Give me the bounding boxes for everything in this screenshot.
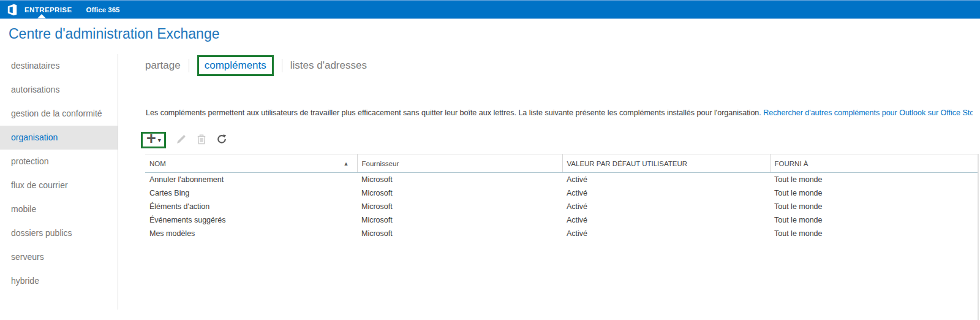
add-dropdown-caret-icon: ▾ [158, 137, 161, 143]
table-row[interactable]: Éléments d'action Microsoft Activé Tout … [145, 200, 978, 213]
main-pane: partage compléments listes d'adresses Le… [145, 54, 980, 320]
refresh-button[interactable] [216, 134, 227, 147]
sidebar-item-label: mobile [11, 204, 36, 214]
active-tab-caret-icon [37, 14, 46, 18]
tab-label: listes d'adresses [290, 59, 367, 72]
refresh-icon [216, 134, 227, 147]
sidebar-item-label: dossiers publics [11, 228, 72, 238]
cell-fournisseur: Microsoft [357, 227, 562, 240]
tab[interactable]: listes d'adresses [274, 59, 367, 72]
add-icon: + [146, 132, 156, 145]
sidebar-item-label: hybride [11, 276, 39, 286]
cell-nom: Annuler l'abonnement [145, 173, 357, 186]
cell-valeur-par-defaut: Activé [562, 200, 770, 213]
sidebar-item[interactable]: dossiers publics [0, 221, 118, 245]
office-store-link[interactable]: Rechercher d'autres compléments pour Out… [763, 109, 973, 117]
table-row[interactable]: Mes modèles Microsoft Activé Tout le mon… [145, 227, 978, 240]
cell-fourni-a: Tout le monde [770, 227, 978, 240]
sidebar-item-label: gestion de la conformité [11, 109, 102, 118]
topbar: ENTREPRISE Office 365 [0, 0, 980, 19]
column-header-fourni-a[interactable]: FOURNI À [770, 154, 978, 173]
tab-label: partage [145, 59, 181, 72]
page-title: Centre d'administration Exchange [9, 26, 219, 42]
tab[interactable]: partage [145, 59, 181, 72]
sort-ascending-icon: ▲ [344, 161, 349, 167]
cell-nom: Événements suggérés [145, 213, 357, 227]
sidebar-item[interactable]: mobile [0, 197, 118, 221]
cell-fourni-a: Tout le monde [770, 186, 978, 200]
cell-valeur-par-defaut: Activé [562, 213, 770, 227]
description-text: Les compléments permettent aux utilisate… [146, 109, 763, 117]
edit-button[interactable] [176, 134, 187, 147]
sidebar-item[interactable]: hybride [0, 269, 118, 293]
topbar-office365-link[interactable]: Office 365 [86, 6, 120, 13]
cell-valeur-par-defaut: Activé [562, 227, 770, 240]
column-header-fournisseur[interactable]: Fournisseur [357, 154, 562, 173]
sidebar-item-label: protection [11, 156, 48, 166]
cell-nom: Éléments d'action [145, 200, 357, 213]
cell-nom: Cartes Bing [145, 186, 357, 200]
topbar-brand-entreprise[interactable]: ENTREPRISE [24, 6, 72, 13]
cell-fournisseur: Microsoft [357, 213, 562, 227]
column-header-nom[interactable]: NOM ▲ [145, 154, 357, 173]
sidebar-item-label: autorisations [11, 85, 59, 94]
addins-table-container: NOM ▲ Fournisseur VALEUR PAR DÉFAUT UTIL… [145, 154, 979, 320]
office-logo-icon[interactable] [6, 4, 18, 16]
cell-valeur-par-defaut: Activé [562, 173, 770, 186]
cell-fournisseur: Microsoft [357, 200, 562, 213]
add-button[interactable]: + ▾ [141, 132, 166, 148]
sidebar-item-label: serveurs [11, 252, 44, 262]
sidebar-item[interactable]: gestion de la conformité [0, 102, 118, 126]
tab-bar: partage compléments listes d'adresses [145, 54, 980, 77]
cell-fourni-a: Tout le monde [770, 173, 978, 186]
table-row[interactable]: Annuler l'abonnement Microsoft Activé To… [145, 173, 978, 186]
table-row[interactable]: Événements suggérés Microsoft Activé Tou… [145, 213, 978, 227]
cell-valeur-par-defaut: Activé [562, 186, 770, 200]
sidebar-item[interactable]: organisation [0, 126, 118, 150]
addins-table: NOM ▲ Fournisseur VALEUR PAR DÉFAUT UTIL… [145, 154, 978, 240]
table-row[interactable]: Cartes Bing Microsoft Activé Tout le mon… [145, 186, 978, 200]
sidebar-item-label: flux de courrier [11, 180, 68, 190]
cell-fourni-a: Tout le monde [770, 200, 978, 213]
cell-nom: Mes modèles [145, 227, 357, 240]
tab[interactable]: compléments [181, 55, 274, 76]
tab-label: compléments [197, 55, 274, 76]
sidebar-item[interactable]: autorisations [0, 78, 118, 102]
pencil-icon [176, 134, 187, 147]
table-header-row: NOM ▲ Fournisseur VALEUR PAR DÉFAUT UTIL… [145, 154, 978, 173]
cell-fourni-a: Tout le monde [770, 213, 978, 227]
column-header-nom-label: NOM [149, 160, 166, 167]
toolbar: + ▾ [141, 131, 227, 149]
sidebar-item-label: destinataires [11, 61, 59, 70]
sidebar-item[interactable]: destinataires [0, 54, 118, 78]
sidebar: destinataires autorisations gestion de l… [0, 54, 118, 310]
sidebar-item-label: organisation [11, 132, 58, 142]
sidebar-item[interactable]: protection [0, 150, 118, 173]
sidebar-item[interactable]: flux de courrier [0, 173, 118, 197]
table-body: Annuler l'abonnement Microsoft Activé To… [145, 173, 978, 240]
sidebar-item[interactable]: serveurs [0, 245, 118, 269]
delete-button[interactable] [197, 134, 206, 147]
cell-fournisseur: Microsoft [357, 173, 562, 186]
column-header-valeur-par-defaut[interactable]: VALEUR PAR DÉFAUT UTILISATEUR [562, 154, 770, 173]
cell-fournisseur: Microsoft [357, 186, 562, 200]
trash-icon [197, 134, 206, 147]
description: Les compléments permettent aux utilisate… [146, 109, 973, 117]
